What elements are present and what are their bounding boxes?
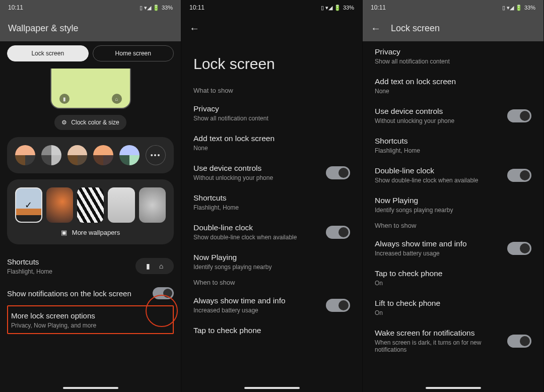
tab-lock-screen[interactable]: Lock screen [7,45,89,61]
settings-item-sub: Show double-line clock when available [193,234,297,241]
color-swatch-2-selected[interactable] [41,145,61,165]
settings-item-sub: Without unlocking your phone [375,117,454,124]
settings-item-sub: When screen is dark, it turns on for new… [375,339,501,353]
settings-item[interactable]: Wake screen for notificationsWhen screen… [363,322,543,359]
settings-item[interactable]: Use device controlsWithout unlocking you… [181,158,362,187]
settings-item-title: Use device controls [193,164,273,173]
settings-item[interactable]: Always show time and infoIncreased batte… [363,233,543,263]
settings-item-sub: Increased battery usage [375,250,467,257]
nav-handle[interactable] [244,387,300,389]
gear-icon: ⚙ [61,119,67,126]
wallpaper-thumb-2[interactable] [46,187,73,223]
status-bar: 10:11 ▯ ▾◢ 🔋33% [181,0,362,15]
status-time: 10:11 [189,4,205,11]
shortcuts-sub: Flashlight, Home [7,268,52,275]
toggle-switch[interactable] [507,335,531,348]
settings-list-when: Always show time and infoIncreased batte… [181,290,362,341]
status-time: 10:11 [371,4,386,11]
settings-item-title: Shortcuts [375,137,420,146]
nav-handle[interactable] [63,387,118,389]
back-button[interactable]: ← [371,23,381,34]
settings-item[interactable]: Add text on lock screenNone [363,71,543,101]
settings-item-sub: Show all notification content [375,58,450,65]
settings-list-what: PrivacyShow all notification contentAdd … [363,41,543,220]
color-swatch-1[interactable] [15,145,35,165]
settings-item-title: Always show time and info [193,296,286,305]
more-options-title: More lock screen options [11,310,96,321]
color-swatch-5[interactable] [119,145,140,165]
settings-item-sub: Increased battery usage [193,307,286,314]
shortcuts-title: Shortcuts [7,256,52,267]
flashlight-icon: ▮ [59,94,70,104]
settings-item[interactable]: Add text on lock screenNone [181,128,362,158]
toggle-switch[interactable] [507,169,531,182]
settings-item[interactable]: Use device controlsWithout unlocking you… [363,101,543,130]
page-title: Lock screen [391,23,440,34]
more-wallpapers-button[interactable]: ▣ More wallpapers [15,229,166,236]
settings-item-title: Lift to check phone [375,299,440,308]
wallpaper-card: ▣ More wallpapers [7,179,174,244]
shortcuts-icons: ▮ ⌂ [135,258,174,274]
more-wallpapers-label: More wallpapers [72,229,120,236]
wallpaper-thumb-3[interactable] [77,187,104,223]
section-when-to-show: When to show [181,277,362,290]
settings-item-title: Now Playing [193,253,271,262]
settings-item[interactable]: PrivacyShow all notification content [181,98,362,128]
lock-screen-preview[interactable]: ▮ ⌂ [50,69,131,109]
settings-item[interactable]: Always show time and infoIncreased batte… [181,290,362,320]
settings-item-sub: Identify songs playing nearby [193,264,271,271]
settings-item-title: Always show time and info [375,239,467,248]
settings-item-title: Double-line clock [193,223,297,232]
home-icon: ⌂ [155,262,168,270]
more-colors-button[interactable]: ••• [146,145,166,165]
title-bar: ← Lock screen [363,15,543,41]
status-icons: ▯ ▾◢ 🔋33% [140,5,173,11]
settings-item-sub: Flashlight, Home [375,147,420,154]
home-icon: ⌂ [112,94,122,104]
settings-item[interactable]: PrivacyShow all notification content [363,41,543,71]
back-button[interactable]: ← [189,23,199,34]
settings-item-sub: On [375,309,440,316]
wallpaper-thumb-4[interactable] [108,187,134,223]
page-title: Wallpaper & style [8,23,78,34]
clock-color-size-chip[interactable]: ⚙ Clock color & size [54,115,126,130]
settings-item[interactable]: ShortcutsFlashlight, Home [363,130,543,160]
toggle-switch[interactable] [507,242,531,255]
settings-item-title: Add text on lock screen [193,134,275,143]
tab-home-screen[interactable]: Home screen [93,45,174,61]
color-palette-card: ••• [7,137,174,173]
settings-item-sub: Show all notification content [193,115,268,122]
settings-item-title: Wake screen for notifications [375,329,501,338]
status-time: 10:11 [8,4,23,11]
wallpaper-icon: ▣ [61,229,67,236]
shortcuts-row[interactable]: Shortcuts Flashlight, Home ▮ ⌂ [7,250,174,281]
settings-item-sub: Identify songs playing nearby [375,207,453,214]
settings-item-sub: None [375,88,456,95]
status-bar: 10:11 ▯ ▾◢ 🔋33% [0,0,181,15]
settings-item[interactable]: Tap to check phoneOn [363,263,543,293]
settings-item[interactable]: Double-line clockShow double-line clock … [181,217,362,247]
settings-item[interactable]: Lift to check phoneOn [363,293,543,322]
wallpaper-thumb-5[interactable] [139,187,166,223]
status-icons: ▯ ▾◢ 🔋33% [321,5,354,11]
color-swatch-4[interactable] [93,145,113,165]
settings-item[interactable]: Double-line clockShow double-line clock … [363,160,543,190]
toggle-switch[interactable] [326,226,350,239]
toggle-switch[interactable] [326,299,350,312]
settings-item-title: Tap to check phone [193,326,261,335]
settings-item-sub: Flashlight, Home [193,204,239,211]
settings-item[interactable]: Now PlayingIdentify songs playing nearby [181,247,362,277]
wallpaper-thumb-1[interactable] [15,187,42,223]
toggle-switch[interactable] [507,109,531,122]
toggle-switch[interactable] [326,166,350,179]
settings-item-sub: Without unlocking your phone [193,174,273,181]
settings-item[interactable]: ShortcutsFlashlight, Home [181,187,362,217]
section-when-to-show: When to show [363,220,543,233]
settings-item-title: Add text on lock screen [375,77,456,86]
nav-handle[interactable] [426,387,481,389]
settings-item[interactable]: Now PlayingIdentify songs playing nearby [363,190,543,220]
color-swatch-3[interactable] [67,145,88,165]
settings-item[interactable]: Tap to check phone [181,320,362,341]
settings-item-sub: None [193,145,275,152]
highlight-circle [146,295,178,327]
